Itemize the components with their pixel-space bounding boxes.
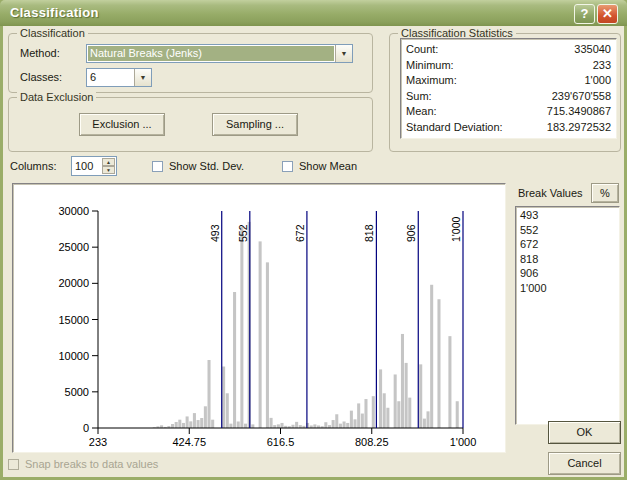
histogram-bar xyxy=(193,413,196,428)
break-line-label: 672 xyxy=(294,224,306,242)
histogram-bar xyxy=(186,416,189,428)
histogram-bar xyxy=(226,393,229,428)
histogram-bar xyxy=(386,408,389,428)
x-tick-label: 424.75 xyxy=(172,436,206,448)
classification-group-label: Classification xyxy=(17,27,88,39)
break-value-item[interactable]: 818 xyxy=(520,252,615,267)
percent-button[interactable]: % xyxy=(591,183,619,203)
histogram-bar xyxy=(240,227,243,428)
y-tick-label: 30000 xyxy=(58,205,89,217)
stat-row: Count:335040 xyxy=(406,42,611,58)
snap-breaks-label: Snap breaks to data values xyxy=(25,458,158,470)
histogram-bar xyxy=(419,364,422,428)
break-value-item[interactable]: 672 xyxy=(520,237,615,252)
spinner-down-icon[interactable]: ▼ xyxy=(102,166,115,174)
chevron-down-icon[interactable]: ▼ xyxy=(134,69,151,86)
stat-value: 1'000 xyxy=(584,73,611,89)
stat-label: Sum: xyxy=(406,89,432,105)
data-exclusion-group-label: Data Exclusion xyxy=(17,91,96,103)
x-tick-label: 616.5 xyxy=(267,436,295,448)
histogram-bar xyxy=(313,424,316,428)
stat-value: 239'670'558 xyxy=(552,89,611,105)
ok-button[interactable]: OK xyxy=(548,421,621,444)
stat-label: Maximum: xyxy=(406,73,457,89)
histogram-bar xyxy=(456,401,459,428)
break-value-item[interactable]: 906 xyxy=(520,266,615,281)
help-icon[interactable]: ? xyxy=(574,4,595,24)
y-tick-label: 25000 xyxy=(58,241,89,253)
histogram-bar xyxy=(423,419,426,428)
titlebar[interactable]: Classification ? ✕ xyxy=(0,0,627,26)
stat-row: Minimum:233 xyxy=(406,58,611,74)
show-std-dev-checkbox[interactable] xyxy=(152,161,163,172)
histogram-bar xyxy=(295,422,298,428)
histogram-bar xyxy=(251,424,254,428)
histogram-bar xyxy=(357,403,360,428)
histogram-bar xyxy=(405,363,408,428)
y-tick-label: 5000 xyxy=(65,386,89,398)
sampling-button[interactable]: Sampling ... xyxy=(212,113,298,136)
columns-spinner[interactable]: 100 ▲ ▼ xyxy=(71,156,117,176)
break-values-listbox[interactable]: 4935526728189061'000 xyxy=(515,206,620,425)
break-line-label: 818 xyxy=(363,224,375,242)
histogram-bar xyxy=(204,406,207,428)
histogram-bar xyxy=(397,401,400,428)
histogram-bar xyxy=(208,360,211,428)
histogram-bar xyxy=(427,411,430,428)
columns-value: 100 xyxy=(75,160,93,172)
histogram-bar xyxy=(372,396,375,428)
histogram-bar xyxy=(211,420,214,428)
histogram-bar xyxy=(270,418,273,428)
break-values-label: Break Values xyxy=(518,187,583,199)
histogram-bar xyxy=(189,421,192,428)
break-value-item[interactable]: 493 xyxy=(520,208,615,223)
histogram-bar xyxy=(266,262,269,428)
histogram-bar xyxy=(277,424,280,428)
stat-row: Sum:239'670'558 xyxy=(406,89,611,105)
y-tick-label: 20000 xyxy=(58,277,89,289)
histogram-bar xyxy=(430,285,433,428)
stat-row: Standard Deviation:183.2972532 xyxy=(406,120,611,136)
close-icon[interactable]: ✕ xyxy=(597,4,618,24)
break-value-item[interactable]: 1'000 xyxy=(520,281,615,296)
histogram-bar xyxy=(222,367,225,428)
chevron-down-icon[interactable]: ▼ xyxy=(335,45,352,62)
break-line-label: 906 xyxy=(405,224,417,242)
histogram-bar xyxy=(175,422,178,428)
show-mean-checkbox[interactable] xyxy=(282,161,293,172)
classification-dialog: Classification ? ✕ Classification Method… xyxy=(0,0,627,480)
break-line-label: 552 xyxy=(237,224,249,242)
cancel-button[interactable]: Cancel xyxy=(548,452,621,475)
x-tick-label: 233 xyxy=(89,436,107,448)
histogram-bar xyxy=(182,423,185,428)
stat-label: Mean: xyxy=(406,104,437,120)
method-value: Natural Breaks (Jenks) xyxy=(88,46,334,61)
stat-label: Count: xyxy=(406,42,438,58)
spinner-up-icon[interactable]: ▲ xyxy=(102,158,115,166)
y-tick-label: 10000 xyxy=(58,350,89,362)
stat-label: Standard Deviation: xyxy=(406,120,503,136)
snap-breaks-checkbox xyxy=(8,459,19,470)
dialog-body: Classification Method: Natural Breaks (J… xyxy=(3,26,624,477)
histogram-bar xyxy=(383,393,386,428)
histogram-bar xyxy=(197,420,200,428)
histogram-bar xyxy=(343,421,346,428)
classes-value: 6 xyxy=(87,69,134,86)
y-tick-label: 0 xyxy=(83,422,89,434)
histogram-bar xyxy=(346,423,349,428)
method-combobox[interactable]: Natural Breaks (Jenks) ▼ xyxy=(86,44,353,63)
columns-label: Columns: xyxy=(10,160,56,172)
histogram-panel: 050001000015000200002500030000233424.756… xyxy=(12,183,506,453)
stat-value: 233 xyxy=(593,58,611,74)
method-label: Method: xyxy=(20,47,60,59)
stat-row: Mean:715.3490867 xyxy=(406,104,611,120)
histogram-chart[interactable]: 050001000015000200002500030000233424.756… xyxy=(13,184,505,452)
histogram-bar xyxy=(171,424,174,428)
break-line-label: 1'000 xyxy=(450,216,462,242)
histogram-bar xyxy=(364,399,367,428)
exclusion-button[interactable]: Exclusion ... xyxy=(79,113,165,136)
histogram-bar xyxy=(237,421,240,428)
classes-combobox[interactable]: 6 ▼ xyxy=(86,68,152,87)
histogram-bar xyxy=(178,420,181,428)
break-value-item[interactable]: 552 xyxy=(520,223,615,238)
